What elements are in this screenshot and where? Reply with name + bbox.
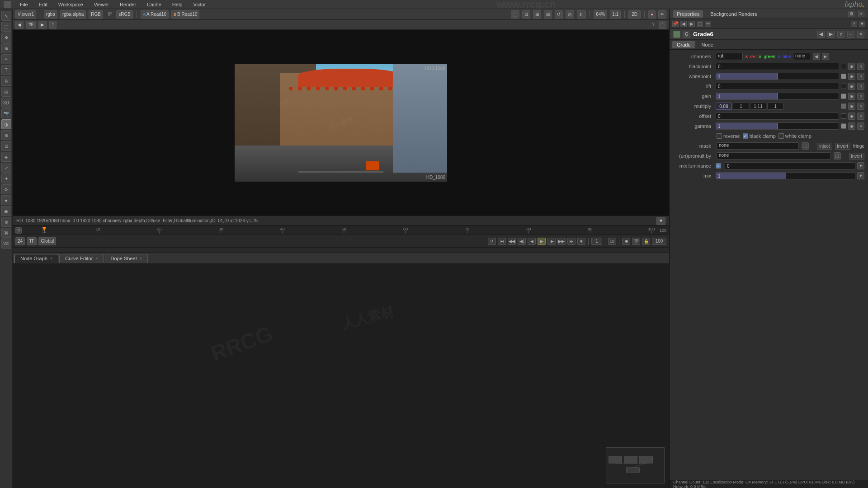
mix-lum-btn[interactable]: ▼ [857,162,864,169]
frame-number[interactable]: 1 [49,21,57,29]
mix-luminance-checkbox[interactable] [716,163,721,169]
multiply-swatch[interactable] [841,103,846,109]
tab-curve-editor[interactable]: Curve Editor × [59,254,104,263]
viewer-icon6[interactable]: ◎ [566,10,574,19]
props-tab-bg-renders[interactable]: Background Renders [707,10,760,18]
prev-frame-btn[interactable]: ◀ [15,21,24,29]
whitepoint-btn2[interactable]: 4 [857,73,864,80]
toolbar-move[interactable]: ✥ [1,33,11,42]
toolbar-3d[interactable]: 3D [1,98,11,108]
menu-viewer[interactable]: Viewer [92,2,111,7]
channel-alpha-select[interactable]: rgba.alpha [60,10,86,19]
multiply-btn2[interactable]: 4 [857,103,864,110]
y-value[interactable]: 1 [659,21,666,29]
menu-edit[interactable]: Edit [37,2,49,7]
gain-btn2[interactable]: 4 [857,93,864,100]
toolbar-select[interactable]: ⬚ [1,22,11,32]
channels-none-dropdown[interactable]: none [793,53,811,60]
fps-display[interactable]: 24 [15,237,25,245]
channels-green-label[interactable]: green [764,54,775,59]
viewer-icon2[interactable]: ⊡ [522,10,530,19]
node-icon-btn[interactable]: G [683,31,690,38]
play-back-btn[interactable]: ◀ [528,238,536,245]
node-color-btn[interactable] [673,31,680,38]
channels-dropdown[interactable]: rgb [716,53,743,60]
frame-indicator[interactable]: f/8 [26,21,36,29]
blackpoint-btn1[interactable]: ◉ [848,63,855,70]
pen-btn[interactable]: ✏ [658,10,666,19]
loop-btn[interactable]: 10 [608,238,616,245]
toolbar-other2[interactable]: ⚙ [1,184,11,194]
lift-swatch[interactable] [841,84,846,89]
mix-btn[interactable]: ▼ [857,172,864,179]
blackpoint-btn2[interactable]: 4 [857,63,864,70]
offset-btn1[interactable]: ◉ [848,113,855,120]
tab-dope-sheet[interactable]: Dope Sheet × [105,254,148,263]
lift-btn2[interactable]: 4 [857,83,864,90]
node-minimize-btn[interactable]: − [847,31,854,38]
toolbar-cursor[interactable]: ↖ [1,11,11,21]
global-mode[interactable]: Global [38,237,56,245]
props-prev-btn[interactable]: ◀ [680,21,687,27]
toolbar-roto[interactable]: ⊕ [1,43,11,53]
prop-slider-mix-luminance[interactable]: 0 [725,162,855,169]
viewer-icon1[interactable]: ⬚ [511,10,519,19]
reverse-checkbox[interactable]: reverse [717,133,740,139]
skip-end-btn[interactable]: ⏭ [567,238,576,245]
grade-tab-grade[interactable]: Grade [672,41,695,48]
inject-label[interactable]: inject [817,143,832,150]
offset-swatch[interactable] [841,113,846,119]
viewer-image[interactable]: 人人素材 RRCG 人人素材 1920,1080 HD_1080 [235,64,447,182]
step-fwd-btn[interactable]: |▶ [547,238,556,245]
multiply-val2[interactable]: 1.11 [750,103,766,110]
prop-slider-gain[interactable]: 1 [716,93,839,100]
prop-slider-offset[interactable]: 0 [716,113,839,120]
gamma-swatch[interactable] [841,123,846,129]
white-clamp-checkbox[interactable]: white clamp [778,133,811,139]
node-view-btn1[interactable]: ◀ [817,31,825,38]
invert-label[interactable]: invert [835,143,850,150]
props-q-btn[interactable]: ? [851,21,857,27]
input-b-select[interactable]: B B Read10 [171,10,200,19]
node-graph[interactable]: RRCG 人人素材 Read10 ModelShineVFX_Stree...M… [13,264,669,488]
expand-btn[interactable]: ▼ [656,217,665,225]
prop-slider-whitepoint[interactable]: 1 [716,73,839,80]
toolbar-other5[interactable]: ⊛ [1,217,11,227]
toolbar-paint[interactable]: ✏ [1,54,11,64]
prop-slider-blackpoint[interactable]: 0 [716,63,839,70]
next-frame-btn[interactable]: ▶ [38,21,47,29]
colorspace2-select[interactable]: sRGB [116,10,133,19]
prev-keyframe-btn[interactable]: ◀◀ [508,238,516,245]
channel-select[interactable]: rgba [44,10,57,19]
channels-btn2[interactable]: ▶ [822,53,829,60]
black-clamp-box[interactable] [743,133,748,139]
prop-slider-mix[interactable]: 1 [716,172,855,179]
skip-start-btn[interactable]: ⏮ [498,238,506,245]
viewer-icon5[interactable]: ↺ [555,10,563,19]
tab-curve-editor-close[interactable]: × [95,256,98,261]
colorspace-select[interactable]: RGB [89,10,103,19]
whitepoint-btn1[interactable]: ◉ [848,73,855,80]
tab-node-graph[interactable]: Node Graph × [14,254,58,263]
toolbar-merge[interactable]: ⊞ [1,130,11,140]
black-clamp-checkbox[interactable]: black clamp [743,133,776,139]
viewer-icon4[interactable]: ⊟ [544,10,552,19]
blackpoint-swatch[interactable] [841,64,846,69]
viewer-icon7[interactable]: ⏸ [577,10,586,19]
timeline-home-btn[interactable]: ⊙ [15,227,22,234]
toolbar-other6[interactable]: ⌘ [1,228,11,238]
toolbar-transform[interactable]: ⤢ [1,163,11,173]
node-view-btn2[interactable]: ▶ [827,31,835,38]
node-help-btn[interactable]: ? [837,31,844,38]
rec-btn[interactable]: ⏺ [622,238,630,245]
zoom-ratio[interactable]: 1:1 [610,10,621,19]
sync-btn[interactable]: ↺ [488,238,496,245]
gain-swatch[interactable] [841,94,846,99]
multiply-btn1[interactable]: ◉ [848,103,855,110]
unpremult-dropdown[interactable]: none [717,152,831,160]
multiply-val1[interactable]: 1 [733,103,749,110]
menu-render[interactable]: Render [118,2,138,7]
props-chevron-btn[interactable]: ▼ [859,21,865,27]
whitepoint-swatch[interactable] [841,74,846,79]
gain-btn1[interactable]: ◉ [848,93,855,100]
